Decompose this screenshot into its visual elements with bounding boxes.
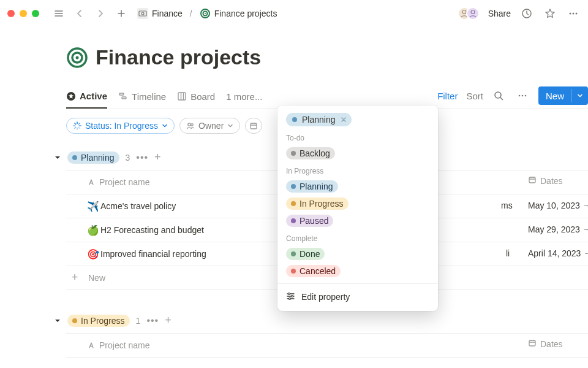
topbar-left: Finance / Finance projects bbox=[7, 6, 279, 21]
new-button-dropdown[interactable] bbox=[571, 89, 588, 102]
group-add-icon[interactable]: + bbox=[154, 151, 161, 164]
table-header: Project name Dates bbox=[66, 333, 588, 358]
calendar-icon bbox=[528, 175, 537, 186]
breadcrumb-parent[interactable]: Finance bbox=[135, 7, 185, 20]
chip-remove-icon[interactable] bbox=[341, 117, 347, 123]
people-icon bbox=[186, 121, 195, 130]
share-button[interactable]: Share bbox=[488, 9, 511, 18]
tab-active[interactable]: Active bbox=[66, 87, 107, 109]
group-toggle-icon[interactable] bbox=[54, 317, 61, 324]
filter-status-pill[interactable]: Status: In Progress bbox=[66, 118, 175, 134]
row-dates: May 29, 2023 → June 25, 20 bbox=[528, 224, 588, 234]
new-button[interactable]: New bbox=[538, 86, 588, 105]
calendar-icon bbox=[249, 121, 258, 130]
group-more-icon[interactable]: ••• bbox=[146, 315, 159, 326]
nav-back-icon[interactable] bbox=[72, 6, 87, 21]
row-name: H2 Forecasting and budget bbox=[100, 225, 204, 235]
row-name: Acme's travel policy bbox=[100, 201, 176, 211]
row-emoji: 🎯 bbox=[87, 248, 98, 260]
page-icon-target[interactable] bbox=[66, 47, 88, 69]
row-emoji: ✈️ bbox=[87, 201, 98, 212]
filter-date-pill[interactable] bbox=[245, 118, 262, 134]
tab-more[interactable]: 1 more... bbox=[226, 88, 262, 108]
popup-selected: Planning bbox=[277, 110, 438, 129]
chip-label: Planning bbox=[302, 115, 336, 125]
close-window[interactable] bbox=[7, 10, 15, 17]
popup-option-done[interactable]: Done bbox=[277, 245, 438, 263]
new-button-label: New bbox=[538, 87, 571, 105]
status-label: In Progress bbox=[81, 316, 125, 326]
group-add-icon[interactable]: + bbox=[165, 314, 172, 327]
presence-avatars[interactable] bbox=[458, 7, 480, 20]
clock-icon[interactable] bbox=[519, 6, 534, 21]
status-badge-in-progress[interactable]: In Progress bbox=[67, 315, 130, 327]
filter-owner-pill[interactable]: Owner bbox=[179, 118, 240, 134]
nav-forward-icon[interactable] bbox=[93, 6, 108, 21]
svg-point-27 bbox=[288, 293, 290, 295]
sort-button[interactable]: Sort bbox=[466, 91, 483, 101]
tab-more-label: 1 more... bbox=[226, 91, 262, 102]
svg-point-19 bbox=[519, 95, 521, 97]
popup-option-in-progress[interactable]: In Progress bbox=[277, 195, 438, 212]
text-type-icon bbox=[87, 341, 99, 350]
popup-edit-property[interactable]: Edit property bbox=[277, 288, 438, 306]
tab-timeline[interactable]: Timeline bbox=[118, 88, 166, 108]
group-toggle-icon[interactable] bbox=[54, 154, 61, 161]
status-loading-icon bbox=[73, 121, 81, 130]
column-dates-header[interactable]: Dates bbox=[528, 339, 563, 349]
popup-edit-label: Edit property bbox=[301, 292, 350, 302]
column-dates-header[interactable]: Dates bbox=[528, 175, 563, 186]
breadcrumb-parent-label: Finance bbox=[152, 9, 183, 18]
menu-icon[interactable] bbox=[51, 6, 66, 21]
tab-timeline-label: Timeline bbox=[132, 91, 166, 102]
row-dates: April 14, 2023 → May 9, 2023 bbox=[528, 248, 588, 258]
selected-chip-planning[interactable]: Planning bbox=[286, 113, 352, 126]
tab-active-label: Active bbox=[80, 91, 107, 101]
svg-rect-17 bbox=[178, 93, 186, 100]
svg-point-23 bbox=[191, 124, 194, 126]
breadcrumb-current-label: Finance projects bbox=[214, 9, 277, 18]
status-dot bbox=[72, 318, 77, 323]
board-icon bbox=[177, 91, 187, 101]
search-icon[interactable] bbox=[492, 88, 507, 103]
star-icon[interactable] bbox=[543, 6, 557, 21]
svg-point-13 bbox=[76, 56, 79, 59]
tab-board[interactable]: Board bbox=[177, 88, 215, 108]
breadcrumb-current[interactable]: Finance projects bbox=[197, 7, 280, 20]
svg-point-5 bbox=[462, 10, 466, 14]
popup-option-planning[interactable]: Planning bbox=[277, 178, 438, 195]
column-project[interactable]: Project name bbox=[99, 340, 149, 350]
popup-option-paused[interactable]: Paused bbox=[277, 212, 438, 229]
svg-point-20 bbox=[522, 95, 524, 97]
group-count: 3 bbox=[126, 153, 130, 163]
more-options-icon[interactable] bbox=[515, 88, 530, 103]
popup-option-backlog[interactable]: Backlog bbox=[277, 145, 438, 162]
filter-status-label: Status: In Progress bbox=[85, 121, 158, 131]
filter-owner-label: Owner bbox=[198, 121, 224, 131]
status-badge-planning[interactable]: Planning bbox=[67, 151, 119, 164]
target-icon bbox=[200, 8, 211, 19]
topbar-right: Share bbox=[458, 6, 581, 21]
filter-button[interactable]: Filter bbox=[437, 91, 458, 101]
status-filter-popup: Planning To-do Backlog In Progress Plann… bbox=[277, 105, 438, 311]
chevron-down-icon bbox=[227, 123, 233, 129]
topbar: Finance / Finance projects Share bbox=[0, 0, 588, 27]
new-tab-icon[interactable] bbox=[114, 6, 129, 21]
status-dot bbox=[292, 117, 297, 122]
row-owner-fragment: li bbox=[506, 248, 510, 258]
popup-option-canceled[interactable]: Canceled bbox=[277, 263, 438, 280]
page-title[interactable]: Finance projects bbox=[96, 45, 261, 69]
svg-point-4 bbox=[205, 13, 206, 14]
column-project[interactable]: Project name bbox=[99, 177, 149, 187]
column-dates-label: Dates bbox=[540, 339, 563, 349]
svg-point-10 bbox=[576, 13, 578, 15]
maximize-window[interactable] bbox=[32, 10, 39, 17]
group-count: 1 bbox=[136, 316, 141, 326]
group-header-in-progress: In Progress 1 ••• + bbox=[54, 308, 588, 333]
cash-icon bbox=[137, 8, 148, 19]
group-more-icon[interactable]: ••• bbox=[136, 152, 148, 163]
minimize-window[interactable] bbox=[20, 10, 27, 17]
timeline-icon bbox=[118, 91, 128, 101]
page-header: Finance projects bbox=[66, 45, 588, 69]
more-icon[interactable] bbox=[566, 6, 581, 21]
